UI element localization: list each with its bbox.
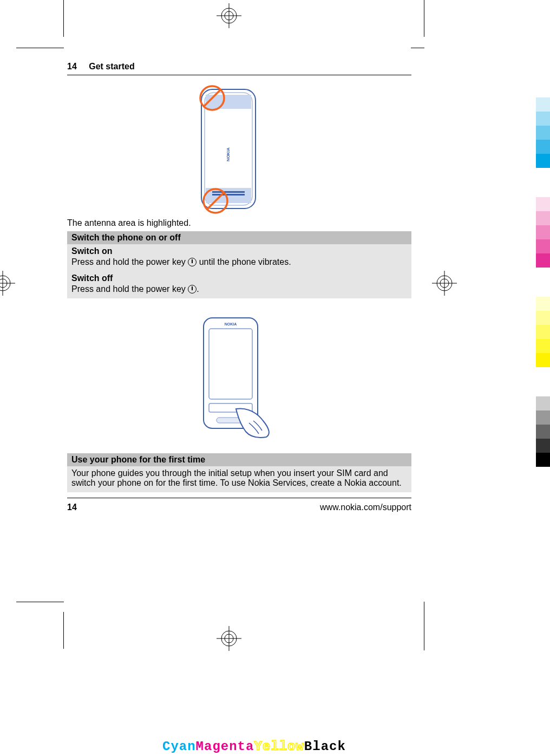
color-swatch bbox=[536, 396, 550, 410]
color-swatch bbox=[536, 197, 550, 211]
power-icon bbox=[188, 258, 197, 266]
power-icon bbox=[188, 285, 197, 294]
color-swatch bbox=[536, 140, 550, 154]
crop-mark bbox=[411, 48, 424, 48]
color-swatch bbox=[536, 339, 550, 353]
switch-off-block: Switch off Press and hold the power key … bbox=[67, 271, 411, 298]
switch-on-title: Switch on bbox=[71, 246, 407, 256]
color-swatch bbox=[536, 211, 550, 225]
registration-mark-icon bbox=[432, 271, 457, 296]
phone-touch-diagram: NOKIA bbox=[187, 315, 279, 439]
crop-mark bbox=[424, 0, 424, 37]
first-time-body: Your phone guides you through the initia… bbox=[67, 466, 411, 492]
color-swatch bbox=[536, 311, 550, 325]
switch-on-text-after: until the phone vibrates. bbox=[197, 257, 291, 266]
magenta-label: Magenta bbox=[196, 739, 254, 754]
crop-mark bbox=[63, 612, 64, 649]
registration-mark-icon bbox=[217, 3, 241, 28]
header-page-number: 14 bbox=[67, 62, 77, 71]
section-switch-title: Switch the phone on or off bbox=[67, 231, 411, 244]
switch-off-text-before: Press and hold the power key bbox=[71, 284, 188, 294]
svg-rect-31 bbox=[209, 329, 252, 399]
color-swatch bbox=[536, 453, 550, 467]
switch-off-text-after: . bbox=[197, 284, 199, 294]
color-swatch bbox=[536, 425, 550, 439]
color-swatch bbox=[536, 126, 550, 140]
color-swatch bbox=[536, 353, 550, 367]
footer-page-number: 14 bbox=[67, 503, 77, 512]
svg-text:NOKIA: NOKIA bbox=[225, 322, 237, 326]
svg-rect-23 bbox=[212, 194, 245, 195]
section-first-time-title: Use your phone for the first time bbox=[67, 453, 411, 466]
page-header: 14 Get started bbox=[67, 62, 411, 75]
cmyk-label: CyanMagentaYellowBlack bbox=[162, 739, 346, 754]
color-swatch bbox=[536, 297, 550, 311]
antenna-caption: The antenna area is highlighted. bbox=[67, 218, 411, 228]
crop-mark bbox=[424, 602, 424, 650]
color-swatch bbox=[536, 112, 550, 126]
crop-mark bbox=[16, 48, 64, 48]
color-swatch bbox=[536, 154, 550, 168]
page-footer: 14 www.nokia.com/support bbox=[67, 498, 411, 512]
switch-on-block: Switch on Press and hold the power key u… bbox=[67, 244, 411, 271]
color-swatch bbox=[536, 410, 550, 425]
yellow-label: Yellow bbox=[254, 739, 304, 754]
registration-mark-icon bbox=[0, 271, 15, 296]
cyan-label: Cyan bbox=[162, 739, 196, 754]
footer-url: www.nokia.com/support bbox=[320, 503, 411, 512]
page-content: 14 Get started NOKIA The antenna area is… bbox=[67, 62, 411, 512]
antenna-diagram: NOKIA bbox=[196, 84, 261, 214]
switch-off-title: Switch off bbox=[71, 273, 407, 283]
color-swatch bbox=[536, 253, 550, 268]
color-calibration-bars bbox=[536, 97, 550, 467]
color-swatch bbox=[536, 325, 550, 339]
crop-mark bbox=[63, 0, 64, 37]
black-label: Black bbox=[304, 739, 346, 754]
color-swatch bbox=[536, 239, 550, 253]
color-swatch bbox=[536, 225, 550, 239]
registration-mark-icon bbox=[217, 626, 241, 651]
svg-text:NOKIA: NOKIA bbox=[226, 147, 231, 161]
svg-rect-22 bbox=[212, 191, 245, 193]
crop-mark bbox=[16, 602, 64, 602]
color-swatch bbox=[536, 439, 550, 453]
header-title: Get started bbox=[89, 62, 134, 71]
color-swatch bbox=[536, 97, 550, 112]
switch-on-text-before: Press and hold the power key bbox=[71, 257, 188, 266]
